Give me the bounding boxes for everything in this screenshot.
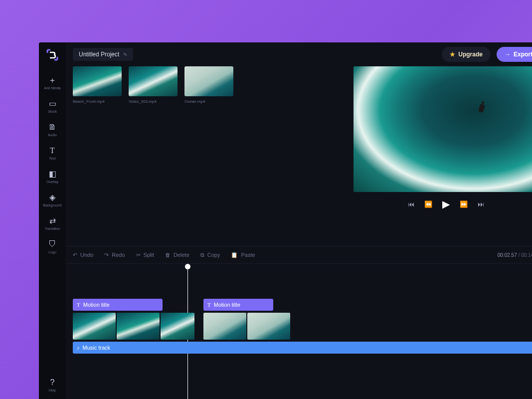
split-button[interactable]: ✂Split xyxy=(136,252,154,258)
media-caption: Ocean.mp4 xyxy=(184,99,233,104)
sidebar-item-logo[interactable]: ⛉ Logo xyxy=(39,235,66,259)
timecode-current: 00:02.57 xyxy=(498,252,517,258)
sidebar-label: Overlay xyxy=(46,180,58,184)
playback-controls: ⏮ ⏪ ▶ ⏩ ⏭ xyxy=(408,192,484,216)
sidebar-item-add-media[interactable]: ＋ Add Media xyxy=(39,71,66,95)
media-thumb[interactable] xyxy=(184,66,233,96)
sidebar-label: Help xyxy=(49,389,56,392)
undo-icon: ↶ xyxy=(73,252,77,258)
media-thumb-col: Beach_Front.mp4 xyxy=(73,66,122,104)
timecode-total: 00:14.48 xyxy=(521,252,532,258)
sidebar-label: Text xyxy=(49,157,56,160)
text-icon: T xyxy=(77,302,80,308)
video-clip[interactable] xyxy=(203,313,246,340)
upgrade-label: Upgrade xyxy=(458,51,483,58)
split-label: Split xyxy=(144,252,154,258)
rewind-icon[interactable]: ⏪ xyxy=(424,200,432,208)
export-button[interactable]: → Export xyxy=(497,47,532,62)
title-clip[interactable]: T Motion title xyxy=(73,299,163,311)
media-thumb[interactable] xyxy=(73,66,122,96)
sidebar-item-background[interactable]: ◈ Background xyxy=(39,189,66,212)
editbar: ↶Undo ↷Redo ✂Split 🗑Delete ⧉Copy 📋Paste … xyxy=(66,246,532,264)
title-clip[interactable]: T Motion title xyxy=(203,299,273,311)
media-caption: Beach_Front.mp4 xyxy=(73,99,122,104)
page-icon: 🗎 xyxy=(48,123,56,131)
music-clip-label: Music track xyxy=(83,345,111,351)
project-name-text: Untitled Project xyxy=(79,51,119,58)
title-clip-label: Motion title xyxy=(214,302,240,308)
video-track xyxy=(73,313,532,340)
help-icon: ? xyxy=(50,379,55,387)
media-area: Beach_Front.mp4 Video_203.mp4 Ocean.mp4 xyxy=(73,66,344,216)
text-icon: T xyxy=(50,147,55,155)
preview-video[interactable] xyxy=(354,66,532,192)
paste-button[interactable]: 📋Paste xyxy=(231,252,255,258)
video-clip[interactable] xyxy=(117,313,160,340)
sidebar-item-text[interactable]: T Text xyxy=(39,142,66,165)
timeline[interactable]: T Motion title T Motion title ♪ Music t xyxy=(66,264,532,399)
music-clip[interactable]: ♪ Music track xyxy=(73,342,532,354)
undo-label: Undo xyxy=(80,252,93,258)
title-clip-label: Motion title xyxy=(83,302,110,308)
sidebar-item-stock[interactable]: ▭ Stock xyxy=(39,95,66,118)
copy-button[interactable]: ⧉Copy xyxy=(200,252,220,258)
music-icon: ♪ xyxy=(77,345,80,351)
sidebar-label: Background xyxy=(43,203,61,207)
video-clip[interactable] xyxy=(247,313,290,340)
sidebar-item-audio[interactable]: 🗎 Audio xyxy=(39,118,66,142)
sidebar-label: Logo xyxy=(48,250,56,254)
app-window: ＋ Add Media ▭ Stock 🗎 Audio T Text ◧ Ove… xyxy=(39,42,532,399)
arrow-right-icon: → xyxy=(505,51,511,58)
sidebar-item-help[interactable]: ? Help xyxy=(39,374,66,399)
clipboard-icon: 📋 xyxy=(231,252,238,258)
preview-panel: ⏮ ⏪ ▶ ⏩ ⏭ xyxy=(351,66,532,216)
swap-icon: ⇄ xyxy=(49,217,56,225)
redo-button[interactable]: ↷Redo xyxy=(104,252,125,258)
redo-icon: ↷ xyxy=(104,252,109,258)
sidebar-label: Audio xyxy=(48,133,57,137)
redo-label: Redo xyxy=(112,252,125,258)
upgrade-button[interactable]: ★ Upgrade xyxy=(442,47,491,62)
pencil-icon: ✎ xyxy=(123,52,127,57)
shield-icon: ⛉ xyxy=(48,240,56,248)
diamond-icon: ◈ xyxy=(49,194,55,201)
sidebar-item-transition[interactable]: ⇄ Transition xyxy=(39,212,66,235)
overlay-icon: ◧ xyxy=(49,170,56,178)
undo-button[interactable]: ↶Undo xyxy=(73,252,93,258)
timecode: 00:02.57 / 00:14.48 xyxy=(498,252,532,258)
media-thumb-col: Ocean.mp4 xyxy=(184,66,233,104)
forward-icon[interactable]: ⏩ xyxy=(460,200,468,208)
skip-start-icon[interactable]: ⏮ xyxy=(408,200,414,208)
music-track: ♪ Music track xyxy=(73,342,532,354)
title-track: T Motion title T Motion title xyxy=(73,299,532,311)
sidebar-label: Add Media xyxy=(44,86,60,90)
sidebar-item-overlay[interactable]: ◧ Overlay xyxy=(39,165,66,189)
topbar: Untitled Project ✎ ★ Upgrade → Export xyxy=(66,42,532,66)
copy-label: Copy xyxy=(207,252,220,258)
app-logo[interactable] xyxy=(45,47,60,62)
scissors-icon: ✂ xyxy=(136,252,141,258)
delete-label: Delete xyxy=(174,252,189,258)
main-area: Untitled Project ✎ ★ Upgrade → Export Be… xyxy=(66,42,532,399)
sidebar: ＋ Add Media ▭ Stock 🗎 Audio T Text ◧ Ove… xyxy=(39,42,66,399)
sidebar-label: Transition xyxy=(45,227,60,230)
trash-icon: 🗑 xyxy=(165,252,171,258)
paste-label: Paste xyxy=(241,252,255,258)
skip-end-icon[interactable]: ⏭ xyxy=(478,200,484,208)
image-icon: ▭ xyxy=(49,100,56,108)
sidebar-label: Stock xyxy=(48,110,57,113)
media-thumb[interactable] xyxy=(129,66,177,96)
export-label: Export xyxy=(514,51,532,58)
surfer-figure xyxy=(478,104,485,113)
content-row: Beach_Front.mp4 Video_203.mp4 Ocean.mp4 … xyxy=(66,66,532,216)
project-name[interactable]: Untitled Project ✎ xyxy=(73,48,133,61)
text-icon: T xyxy=(207,302,211,308)
plus-icon: ＋ xyxy=(48,76,56,84)
video-clip[interactable] xyxy=(73,313,116,340)
copy-icon: ⧉ xyxy=(200,252,204,258)
media-caption: Video_203.mp4 xyxy=(129,99,177,104)
video-clip[interactable] xyxy=(161,313,194,340)
delete-button[interactable]: 🗑Delete xyxy=(165,252,189,258)
media-thumb-col: Video_203.mp4 xyxy=(129,66,177,104)
play-icon[interactable]: ▶ xyxy=(442,198,450,210)
